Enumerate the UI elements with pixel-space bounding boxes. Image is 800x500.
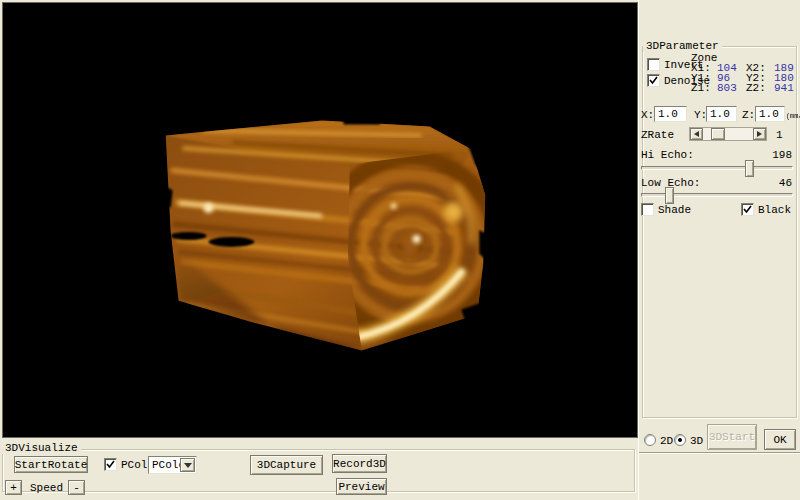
mode-3d-label: 3D xyxy=(690,435,703,447)
mode-2d-label: 2D xyxy=(660,435,673,447)
low-echo-thumb[interactable] xyxy=(665,187,674,204)
pcolor-checkbox[interactable] xyxy=(104,458,117,471)
zone-z2-label: Z2: xyxy=(746,82,766,94)
3d-viewport[interactable] xyxy=(2,2,638,438)
speed-plus-button[interactable]: + xyxy=(5,480,22,495)
start-rotate-button[interactable]: StartRotate xyxy=(14,456,88,473)
zrate-thumb[interactable] xyxy=(711,128,725,140)
mode-2d-radio[interactable] xyxy=(644,434,656,446)
chevron-down-icon xyxy=(184,463,192,468)
pcolor-combo-dropdown-button[interactable] xyxy=(180,458,195,472)
arrow-right-icon xyxy=(757,131,762,137)
denoise-checkbox[interactable] xyxy=(647,74,660,87)
low-echo-track[interactable] xyxy=(641,193,793,197)
z-scale-input[interactable] xyxy=(755,106,785,122)
volume-render xyxy=(3,3,637,437)
zrate-value: 1 xyxy=(776,129,783,141)
x-scale-input[interactable] xyxy=(654,106,687,122)
black-label: Black xyxy=(758,204,791,216)
black-checkbox[interactable] xyxy=(741,203,754,216)
hi-echo-value: 198 xyxy=(772,149,792,161)
invert-checkbox[interactable] xyxy=(647,58,660,71)
zrate-scrollbar[interactable] xyxy=(689,127,767,141)
ok-button[interactable]: OK xyxy=(764,429,796,450)
zone-z2-value: 941 xyxy=(774,82,794,94)
speed-label: Speed xyxy=(30,482,63,494)
check-icon xyxy=(649,76,658,85)
parameter-groupbox xyxy=(642,46,797,418)
scale-unit-label: (mm/p) xyxy=(786,110,800,122)
app-window: 3DParameter Invert Denoise Zone X1: 104 … xyxy=(0,0,800,500)
hi-echo-track[interactable] xyxy=(641,166,793,170)
zone-z1-value: 803 xyxy=(717,82,737,94)
visualize-group-label: 3DVisualize xyxy=(2,442,81,454)
speed-minus-button[interactable]: - xyxy=(68,480,85,495)
zrate-right-arrow[interactable] xyxy=(753,128,766,140)
preview-button[interactable]: Preview xyxy=(336,478,387,495)
3dstart-button[interactable]: 3DStart xyxy=(707,424,757,450)
zone-z1-label: Z1: xyxy=(691,82,711,94)
hi-echo-label: Hi Echo: xyxy=(641,149,694,161)
parameter-panel: 3DParameter Invert Denoise Zone X1: 104 … xyxy=(638,0,800,500)
panel-separator xyxy=(639,452,800,454)
mode-3d-radio[interactable] xyxy=(674,434,686,446)
y-scale-input[interactable] xyxy=(706,106,737,122)
visualize-panel: 3DVisualize StartRotate + Speed - PColor… xyxy=(0,438,638,500)
3dcapture-button[interactable]: 3DCapture xyxy=(250,455,323,475)
radio-dot-icon xyxy=(678,438,682,442)
shade-label: Shade xyxy=(658,204,691,216)
shade-checkbox[interactable] xyxy=(641,203,654,216)
parameter-group-label: 3DParameter xyxy=(643,40,722,52)
record3d-button[interactable]: Record3D xyxy=(332,454,387,473)
arrow-left-icon xyxy=(694,131,699,137)
check-icon xyxy=(106,460,115,469)
x-scale-label: X: xyxy=(641,109,654,121)
check-icon xyxy=(743,205,752,214)
z-scale-label: Z: xyxy=(742,109,755,121)
pcolor-combobox[interactable]: PColor xyxy=(148,456,197,474)
zrate-left-arrow[interactable] xyxy=(690,128,703,140)
low-echo-value: 46 xyxy=(779,177,792,189)
hi-echo-thumb[interactable] xyxy=(745,160,754,177)
zrate-label: ZRate xyxy=(641,129,674,141)
